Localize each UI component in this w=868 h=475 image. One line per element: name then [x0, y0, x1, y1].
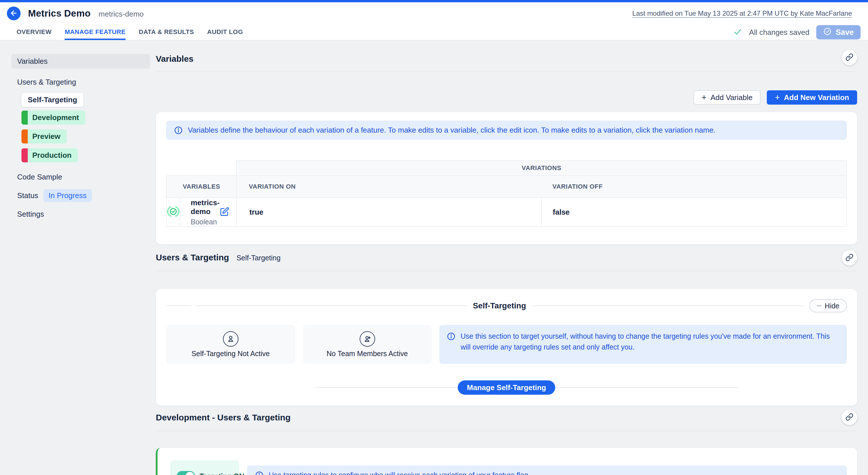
targeting-toggle[interactable] — [177, 471, 195, 475]
hide-self-targeting-button[interactable]: – Hide — [809, 299, 847, 312]
users-targeting-permalink-button[interactable] — [842, 250, 857, 265]
tab-audit-log[interactable]: AUDIT LOG — [207, 25, 243, 40]
tab-manage-feature[interactable]: MANAGE FEATURE — [65, 25, 125, 40]
variables-card: Variables define the behaviour of each v… — [156, 112, 857, 244]
add-new-variation-label: Add New Variation — [784, 93, 849, 102]
sidebar-item-self-targeting[interactable]: Self-Targeting — [22, 93, 84, 107]
save-area: All changes saved Save — [733, 25, 868, 39]
save-check-circle-icon — [823, 27, 832, 38]
manage-self-targeting-button[interactable]: Manage Self-Targeting — [458, 380, 555, 395]
targeting-toggle-box: Targeting ON — [170, 460, 239, 475]
users-targeting-title: Users & Targeting — [156, 252, 229, 263]
tab-bar: OVERVIEW MANAGE FEATURE DATA & RESULTS A… — [0, 25, 868, 40]
variation-on-value: true — [237, 198, 541, 226]
add-new-variation-button[interactable]: + Add New Variation — [767, 90, 857, 105]
plus-icon: + — [775, 93, 780, 102]
users-targeting-header: Users & Targeting Self-Targeting — [156, 244, 857, 271]
variables-table: VARIATIONS VARIABLES VARIATION ON VARIAT… — [166, 160, 847, 227]
sidebar-status-row: Status In Progress — [11, 188, 150, 203]
header-row: Metrics Demo metrics-demo Last modified … — [0, 2, 868, 25]
sidebar-item-users-targeting[interactable]: Users & Targeting — [11, 75, 150, 90]
last-modified-link[interactable]: Last modified on Tue May 13 2025 at 2:47… — [632, 9, 852, 18]
development-info-banner: Use targeting rules to configure who wil… — [247, 466, 847, 475]
link-icon — [845, 413, 854, 422]
status-badge[interactable]: In Progress — [43, 189, 92, 202]
link-icon — [845, 53, 854, 62]
column-header-row: VARIABLES VARIATION ON VARIATION OFF — [166, 176, 846, 198]
variable-target-icon — [167, 214, 180, 219]
sidebar-item-settings[interactable]: Settings — [11, 207, 150, 221]
tab-data-results[interactable]: DATA & RESULTS — [139, 25, 194, 40]
variable-type: Boolean — [191, 218, 220, 226]
group-header-empty-cell — [166, 161, 237, 176]
link-icon — [845, 254, 854, 262]
add-variable-label: Add Variable — [710, 93, 752, 102]
self-targeting-status-row: Self-Targeting Not Active No Team Member… — [166, 325, 847, 364]
self-targeting-status-label: Self-Targeting Not Active — [191, 350, 270, 358]
tab-overview[interactable]: OVERVIEW — [17, 25, 52, 40]
sidebar-item-variables[interactable]: Variables — [11, 54, 150, 69]
env-color-swatch-development — [22, 110, 28, 125]
col-header-variation-off: VARIATION OFF — [541, 176, 846, 198]
development-permalink-button[interactable] — [842, 410, 857, 425]
col-header-variation-on: VARIATION ON — [237, 176, 541, 198]
manage-self-targeting-row: Manage Self-Targeting — [166, 380, 847, 395]
team-members-status-label: No Team Members Active — [327, 350, 408, 358]
content-area: Variables Users & Targeting Self-Targeti… — [0, 40, 868, 475]
self-targeting-panel-header: Self-Targeting – Hide — [166, 299, 847, 312]
edit-variable-button[interactable] — [220, 207, 229, 218]
self-targeting-card: Self-Targeting – Hide Self-Targeting — [156, 289, 857, 406]
add-variable-button[interactable]: + Add Variable — [693, 90, 761, 105]
minus-icon: – — [817, 301, 822, 309]
info-icon — [174, 125, 183, 136]
env-label: Development — [28, 110, 85, 125]
variable-name: metrics-demo — [191, 198, 220, 216]
sidebar-item-status[interactable]: Status — [11, 188, 38, 203]
info-icon — [447, 331, 456, 342]
user-icon — [223, 331, 239, 347]
users-targeting-section: Users & Targeting Self-Targeting Self-Ta… — [156, 244, 857, 406]
variables-section-header: Variables — [156, 40, 857, 72]
development-section-title: Development - Users & Targeting — [156, 412, 290, 423]
variables-section: Variables + Add Variable + Add New Va — [156, 40, 857, 244]
sidebar-item-env-production[interactable]: Production — [22, 148, 78, 162]
sidebar-item-code-sample[interactable]: Code Sample — [11, 170, 150, 184]
col-header-variables: VARIABLES — [166, 176, 237, 198]
top-accent-strip — [0, 0, 868, 2]
variable-row: metrics-demo Boolean — [166, 198, 846, 226]
env-label: Preview — [28, 129, 67, 144]
env-color-swatch-production — [22, 148, 28, 162]
development-targeting-section: Development - Users & Targeting — [156, 406, 857, 475]
targeting-toggle-label: Targeting ON — [199, 472, 244, 475]
back-button[interactable] — [7, 7, 21, 20]
plus-icon: + — [702, 93, 707, 102]
variations-group-header-row: VARIATIONS — [166, 161, 846, 176]
sidebar-item-env-development[interactable]: Development — [22, 110, 85, 125]
info-icon — [255, 470, 264, 475]
toggle-check-icon — [186, 472, 194, 475]
self-targeting-panel-title: Self-Targeting — [467, 301, 532, 310]
self-targeting-info-banner: Use this section to target yourself, wit… — [439, 325, 847, 364]
hide-button-label: Hide — [825, 302, 839, 310]
divider-line — [195, 306, 467, 306]
variations-group-header: VARIATIONS — [237, 161, 846, 176]
env-label: Production — [28, 148, 78, 162]
save-button[interactable]: Save — [816, 25, 861, 39]
team-members-status-card: No Team Members Active — [303, 325, 432, 364]
edit-pencil-icon — [220, 207, 229, 218]
variables-info-text: Variables define the behaviour of each v… — [188, 125, 716, 135]
variables-permalink-button[interactable] — [842, 50, 857, 65]
variables-actions: + Add Variable + Add New Variation — [156, 90, 857, 105]
development-targeting-card: Targeting ON Use targeting rules to conf… — [156, 448, 857, 475]
save-status-text: All changes saved — [749, 28, 809, 37]
variables-info-banner: Variables define the behaviour of each v… — [166, 121, 847, 140]
app-root: Metrics Demo metrics-demo Last modified … — [0, 0, 868, 475]
sidebar-item-env-preview[interactable]: Preview — [22, 129, 67, 144]
development-section-header: Development - Users & Targeting — [156, 406, 857, 431]
env-color-swatch-preview — [22, 129, 28, 144]
variables-section-title: Variables — [156, 54, 193, 64]
self-targeting-status-card: Self-Targeting Not Active — [166, 325, 295, 364]
divider-line — [166, 306, 191, 306]
main-panel: Variables + Add Variable + Add New Va — [156, 40, 868, 475]
users-targeting-subtitle: Self-Targeting — [237, 254, 280, 262]
